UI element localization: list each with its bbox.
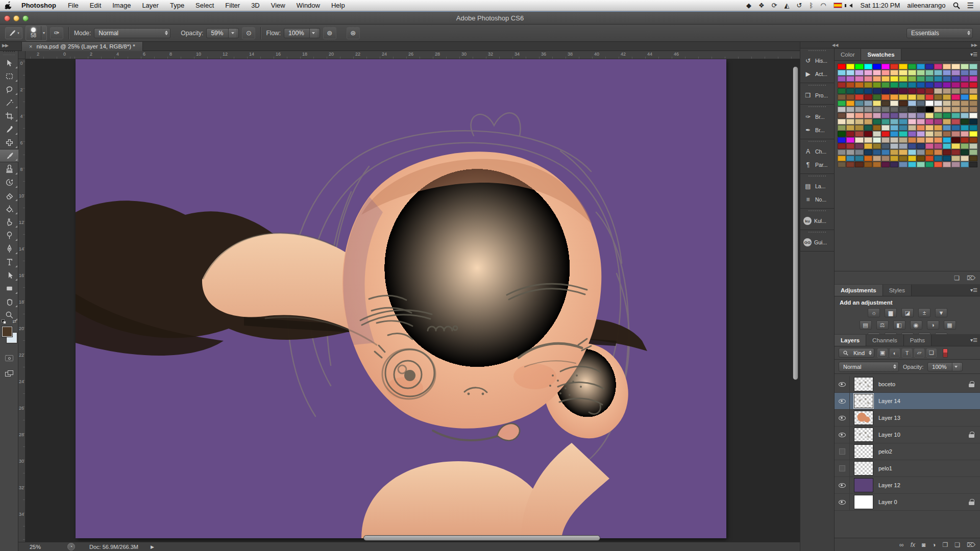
dodge-tool[interactable] xyxy=(0,229,18,242)
color-swatch[interactable] xyxy=(951,94,960,100)
tab-color[interactable]: Color xyxy=(835,49,861,60)
layer-thumbnail[interactable] xyxy=(854,461,873,475)
workspace-switcher[interactable]: Essentials xyxy=(906,28,973,38)
dock-button-gui[interactable]: GGGui... xyxy=(800,236,834,249)
color-swatch[interactable] xyxy=(899,107,907,112)
layer-visibility-toggle[interactable] xyxy=(835,460,850,477)
color-swatch[interactable] xyxy=(899,119,907,124)
color-swatch[interactable] xyxy=(899,125,907,131)
color-swatch[interactable] xyxy=(961,82,969,88)
color-swatch[interactable] xyxy=(969,137,977,143)
color-swatch[interactable] xyxy=(864,156,872,161)
eyedropper-tool[interactable] xyxy=(0,122,18,136)
color-swatch[interactable] xyxy=(890,82,898,88)
color-swatch[interactable] xyxy=(864,137,872,143)
color-swatch[interactable] xyxy=(934,119,942,124)
color-swatch[interactable] xyxy=(934,125,942,131)
color-swatch[interactable] xyxy=(908,82,916,88)
tab-adjustments[interactable]: Adjustments xyxy=(835,285,883,296)
color-swatch[interactable] xyxy=(838,125,846,131)
channel-mixer-icon[interactable]: ◑ xyxy=(927,320,939,330)
color-swatch[interactable] xyxy=(855,162,863,167)
collapse-dock-icon[interactable]: ◀◀ xyxy=(832,43,838,47)
color-swatch[interactable] xyxy=(838,119,846,124)
shape-tool[interactable] xyxy=(0,282,18,295)
color-swatch[interactable] xyxy=(881,70,890,76)
color-swatch[interactable] xyxy=(951,143,960,149)
color-swatch[interactable] xyxy=(855,88,863,94)
layer-visibility-toggle[interactable] xyxy=(835,427,850,443)
color-swatch[interactable] xyxy=(961,131,969,137)
color-swatch[interactable] xyxy=(846,101,854,106)
menu-file[interactable]: File xyxy=(62,0,84,11)
color-swatch[interactable] xyxy=(855,107,863,112)
color-swatch[interactable] xyxy=(855,64,863,69)
bluetooth-icon[interactable]: ᛒ xyxy=(809,2,813,9)
color-swatch[interactable] xyxy=(873,82,881,88)
tab-paths[interactable]: Paths xyxy=(904,335,932,346)
color-swatch[interactable] xyxy=(873,88,881,94)
color-swatch[interactable] xyxy=(951,137,960,143)
color-swatch[interactable] xyxy=(881,156,890,161)
color-swatch[interactable] xyxy=(838,88,846,94)
color-swatch[interactable] xyxy=(934,137,942,143)
color-swatch[interactable] xyxy=(899,101,907,106)
color-swatch[interactable] xyxy=(846,125,854,131)
color-swatch[interactable] xyxy=(934,70,942,76)
color-swatch[interactable] xyxy=(908,64,916,69)
color-swatch[interactable] xyxy=(925,125,934,131)
color-swatch[interactable] xyxy=(943,125,951,131)
color-swatch[interactable] xyxy=(908,94,916,100)
color-swatch[interactable] xyxy=(846,76,854,82)
color-swatch[interactable] xyxy=(890,76,898,82)
filter-smart-objects-icon[interactable]: ❏ xyxy=(926,348,937,358)
menu-image[interactable]: Image xyxy=(107,0,136,11)
color-swatch[interactable] xyxy=(890,64,898,69)
color-swatch[interactable] xyxy=(899,137,907,143)
layer-visibility-toggle[interactable] xyxy=(835,410,850,426)
color-swatch[interactable] xyxy=(917,156,925,161)
color-swatch[interactable] xyxy=(855,82,863,88)
color-swatch[interactable] xyxy=(846,70,854,76)
foreground-color-well[interactable] xyxy=(2,327,12,337)
color-swatch[interactable] xyxy=(917,70,925,76)
color-swatch[interactable] xyxy=(951,149,960,155)
layer-opacity-select[interactable]: 100% xyxy=(927,362,962,371)
layer-row-layer-10[interactable]: Layer 10 xyxy=(835,427,980,443)
color-swatch[interactable] xyxy=(917,88,925,94)
color-swatch[interactable] xyxy=(925,94,934,100)
color-swatch[interactable] xyxy=(890,156,898,161)
color-swatch[interactable] xyxy=(969,76,977,82)
menu-username[interactable]: aileenarango xyxy=(907,2,945,9)
color-swatch[interactable] xyxy=(917,143,925,149)
layer-thumbnail[interactable] xyxy=(854,394,873,408)
color-swatch[interactable] xyxy=(864,101,872,106)
layer-row-boceto[interactable]: boceto xyxy=(835,376,980,393)
color-swatch[interactable] xyxy=(925,137,934,143)
color-swatch[interactable] xyxy=(899,76,907,82)
filter-kind-select[interactable]: Kind xyxy=(839,348,874,358)
color-swatch[interactable] xyxy=(890,131,898,137)
color-swatch[interactable] xyxy=(961,88,969,94)
menu-edit[interactable]: Edit xyxy=(84,0,107,11)
status-flyout-arrow[interactable]: ▶ xyxy=(151,544,154,549)
color-swatch[interactable] xyxy=(917,131,925,137)
color-swatch[interactable] xyxy=(864,82,872,88)
color-swatch[interactable] xyxy=(890,101,898,106)
color-swatch[interactable] xyxy=(917,107,925,112)
collapse-panels-icon[interactable]: ▶▶ xyxy=(971,43,977,47)
color-swatch[interactable] xyxy=(925,119,934,124)
color-swatch[interactable] xyxy=(943,82,951,88)
color-swatch[interactable] xyxy=(943,70,951,76)
color-swatch[interactable] xyxy=(846,113,854,118)
layer-visibility-toggle[interactable] xyxy=(835,376,850,392)
color-swatch[interactable] xyxy=(881,94,890,100)
color-swatch[interactable] xyxy=(917,119,925,124)
color-swatch[interactable] xyxy=(838,82,846,88)
color-swatch[interactable] xyxy=(925,76,934,82)
color-swatch[interactable] xyxy=(890,119,898,124)
flow-dropdown-arrow[interactable] xyxy=(309,29,317,38)
color-swatch[interactable] xyxy=(873,125,881,131)
paint-bucket-tool[interactable] xyxy=(0,202,18,215)
color-swatch[interactable] xyxy=(961,149,969,155)
